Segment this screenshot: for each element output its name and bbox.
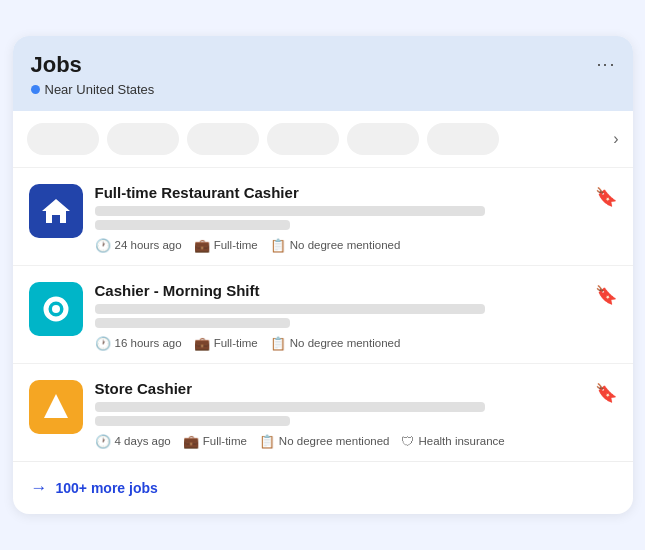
job-type-2: Full-time (214, 337, 258, 349)
filter-pill-3[interactable] (187, 123, 259, 155)
degree-2: No degree mentioned (290, 337, 401, 349)
meta-degree-3: 📋 No degree mentioned (259, 434, 390, 449)
filter-pill-4[interactable] (267, 123, 339, 155)
clock-icon-2: 🕐 (95, 336, 111, 351)
job-item-2[interactable]: Cashier - Morning Shift 🕐 16 hours ago 💼… (13, 266, 633, 364)
clock-icon-3: 🕐 (95, 434, 111, 449)
meta-health-3: 🛡 Health insurance (401, 434, 504, 449)
filter-bar: › (13, 111, 633, 168)
job-title-3: Store Cashier (95, 380, 583, 397)
job-logo-1 (29, 184, 83, 238)
location-row: Near United States (31, 82, 155, 97)
meta-time-3: 🕐 4 days ago (95, 434, 171, 449)
degree-3: No degree mentioned (279, 435, 390, 447)
time-ago-1: 24 hours ago (115, 239, 182, 251)
location-text: Near United States (45, 82, 155, 97)
job-info-1: Full-time Restaurant Cashier 🕐 24 hours … (95, 184, 583, 253)
diploma-icon-3: 📋 (259, 434, 275, 449)
diploma-icon-1: 📋 (270, 238, 286, 253)
job-info-2: Cashier - Morning Shift 🕐 16 hours ago 💼… (95, 282, 583, 351)
location-dot (31, 85, 40, 94)
bookmark-button-3[interactable]: 🔖 (595, 382, 617, 404)
svg-marker-2 (44, 394, 68, 418)
time-ago-2: 16 hours ago (115, 337, 182, 349)
jobs-card: Jobs Near United States ⋮ › (13, 36, 633, 513)
job-type-3: Full-time (203, 435, 247, 447)
time-ago-3: 4 days ago (115, 435, 171, 447)
bag-icon-2: 💼 (194, 336, 210, 351)
job-meta-2: 🕐 16 hours ago 💼 Full-time 📋 No degree m… (95, 336, 583, 351)
more-jobs-label[interactable]: 100+ more jobs (56, 480, 158, 496)
filter-pill-2[interactable] (107, 123, 179, 155)
degree-1: No degree mentioned (290, 239, 401, 251)
job-title-1: Full-time Restaurant Cashier (95, 184, 583, 201)
skeleton-location-3 (95, 416, 290, 426)
page-title: Jobs (31, 52, 155, 78)
bag-icon-3: 💼 (183, 434, 199, 449)
job-info-3: Store Cashier 🕐 4 days ago 💼 Full-time 📋… (95, 380, 583, 449)
bookmark-button-2[interactable]: 🔖 (595, 284, 617, 306)
more-jobs-arrow-icon: → (31, 478, 48, 498)
job-meta-1: 🕐 24 hours ago 💼 Full-time 📋 No degree m… (95, 238, 583, 253)
shield-icon-3: 🛡 (401, 434, 414, 449)
house-icon (40, 195, 72, 227)
more-jobs-row[interactable]: → 100+ more jobs (13, 461, 633, 514)
clock-icon-1: 🕐 (95, 238, 111, 253)
meta-degree-2: 📋 No degree mentioned (270, 336, 401, 351)
meta-type-3: 💼 Full-time (183, 434, 247, 449)
svg-point-1 (52, 305, 60, 313)
job-logo-3 (29, 380, 83, 434)
job-list: Full-time Restaurant Cashier 🕐 24 hours … (13, 168, 633, 461)
job-type-1: Full-time (214, 239, 258, 251)
job-item-3[interactable]: Store Cashier 🕐 4 days ago 💼 Full-time 📋… (13, 364, 633, 461)
meta-type-1: 💼 Full-time (194, 238, 258, 253)
skeleton-company-3 (95, 402, 485, 412)
filter-pill-5[interactable] (347, 123, 419, 155)
filter-pill-1[interactable] (27, 123, 99, 155)
filter-arrow-icon[interactable]: › (613, 130, 618, 148)
skeleton-location-2 (95, 318, 290, 328)
job-item-1[interactable]: Full-time Restaurant Cashier 🕐 24 hours … (13, 168, 633, 266)
skeleton-company-1 (95, 206, 485, 216)
meta-time-2: 🕐 16 hours ago (95, 336, 182, 351)
bookmark-button-1[interactable]: 🔖 (595, 186, 617, 208)
skeleton-location-1 (95, 220, 290, 230)
ring-icon (39, 292, 73, 326)
kebab-menu-icon[interactable]: ⋮ (595, 56, 617, 74)
meta-type-2: 💼 Full-time (194, 336, 258, 351)
health-3: Health insurance (418, 435, 504, 447)
bag-icon-1: 💼 (194, 238, 210, 253)
job-title-2: Cashier - Morning Shift (95, 282, 583, 299)
meta-time-1: 🕐 24 hours ago (95, 238, 182, 253)
card-header: Jobs Near United States ⋮ (13, 36, 633, 110)
filter-pill-6[interactable] (427, 123, 499, 155)
job-meta-3: 🕐 4 days ago 💼 Full-time 📋 No degree men… (95, 434, 583, 449)
diploma-icon-2: 📋 (270, 336, 286, 351)
header-text-group: Jobs Near United States (31, 52, 155, 96)
cone-icon (40, 390, 72, 424)
meta-degree-1: 📋 No degree mentioned (270, 238, 401, 253)
skeleton-company-2 (95, 304, 485, 314)
job-logo-2 (29, 282, 83, 336)
